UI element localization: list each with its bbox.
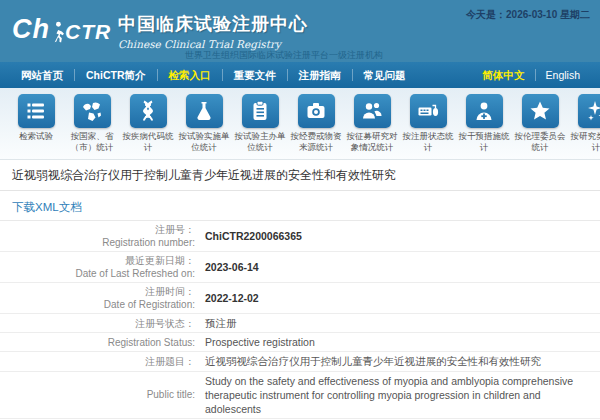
people-icon [354,94,391,128]
field-value: 2022-12-02 [205,291,600,305]
nav-item-guide[interactable]: 注册指南 [287,69,352,81]
sparkles-icon [578,94,600,128]
tool-by-intervention[interactable]: 按干预措施统计 [456,94,512,159]
clipboard-icon [242,94,279,128]
tool-by-recruitment-status[interactable]: 按征募研究对象情况统计 [344,94,400,159]
field-label: 注册号：Registration number: [0,223,205,249]
table-row-public-title-en: Public title: Study on the safety and ef… [0,372,600,420]
download-row: 下载XML文档 [0,191,600,221]
registration-table: 注册号：Registration number: ChiCTR220006636… [0,221,600,420]
field-value: ChiCTR2200066365 [205,229,600,243]
field-label: 最近更新日期：Date of Last Refreshed on: [0,254,205,280]
lang-simplified-chinese[interactable]: 简体中文 [473,69,536,81]
keyboard-mouse-icon [410,94,447,128]
page-title: 近视弱视综合治疗仪用于控制儿童青少年近视进展的安全性和有效性研究 [0,160,600,191]
field-label: Public title: [0,388,205,401]
field-value: 预注册 [205,316,600,330]
main-nav: 网站首页 ChiCTR简介 检索入口 重要文件 注册指南 常见问题 简体中文 E… [0,62,600,88]
field-label: Registration Status: [0,336,205,349]
chictr-logo[interactable]: Ch CTR [12,16,111,43]
site-titles: 中国临床试验注册中心 Chinese Clinical Trial Regist… [118,12,308,50]
field-value: 近视弱视综合治疗仪用于控制儿童青少年近视进展的安全性和有效性研究 [205,354,600,368]
numbered-list-icon [18,94,55,128]
runner-icon [51,21,64,43]
nav-item-search-entry[interactable]: 检索入口 [157,69,222,81]
tool-by-implementing-unit[interactable]: 按试验实施单位统计 [176,94,232,159]
tool-by-registration-status[interactable]: 按注册状态统计 [400,94,456,159]
table-row-registration-status-en: Registration Status: Prospective registr… [0,333,600,352]
tool-by-funding-source[interactable]: 按经费或物资来源统计 [288,94,344,159]
site-header: Ch CTR 中国临床试验注册中心 Chinese Clinical Trial… [0,0,600,62]
lang-english[interactable]: English [536,69,590,81]
table-row-date-of-registration: 注册时间：Date of Registration: 2022-12-02 [0,283,600,314]
tool-search-trials[interactable]: 检索试验 [8,94,64,159]
field-label: 注册号状态： [0,317,205,330]
dna-icon [130,94,167,128]
site-title-zh: 中国临床试验注册中心 [118,12,308,36]
nav-item-home[interactable]: 网站首页 [10,69,74,81]
tool-by-ethics-committee[interactable]: 按伦理委员会统计 [512,94,568,159]
world-map-icon [74,94,111,128]
tool-by-disease-code[interactable]: 按疾病代码统计 [120,94,176,159]
download-xml-link[interactable]: 下载XML文档 [12,201,82,213]
tool-by-country-province[interactable]: 按国家、省（市）统计 [64,94,120,159]
tool-by-study-type[interactable]: 按研究类型统计 [568,94,600,159]
nav-item-documents[interactable]: 重要文件 [222,69,287,81]
logo-text-ch: Ch [12,16,50,43]
flask-icon [186,94,223,128]
field-value: Prospective registration [205,335,600,349]
doctor-icon [466,94,503,128]
field-label: 注册时间：Date of Registration: [0,285,205,311]
tool-by-sponsor-unit[interactable]: 按试验主办单位统计 [232,94,288,159]
field-value: 2023-06-14 [205,260,600,274]
nav-item-about[interactable]: ChiCTR简介 [74,69,157,81]
field-value: Study on the safety and effectiveness of… [205,374,600,417]
current-date: 今天是：2026-03-10 星期二 [466,8,590,22]
camera-icon [298,94,335,128]
statistics-toolbar: 检索试验 按国家、省（市）统计 按疾病代码统计 按试验实施单位统计 按试验主办单… [0,88,600,160]
table-row-public-title-zh: 注册题目： 近视弱视综合治疗仪用于控制儿童青少年近视进展的安全性和有效性研究 [0,352,600,371]
table-row-registration-number: 注册号：Registration number: ChiCTR220006636… [0,221,600,252]
table-row-last-refreshed: 最近更新日期：Date of Last Refreshed on: 2023-0… [0,252,600,283]
star-icon [522,94,559,128]
who-subtitle: 世界卫生组织国际临床试验注册平台一级注册机构 [185,49,383,62]
field-label: 注册题目： [0,355,205,368]
nav-item-faq[interactable]: 常见问题 [352,69,417,81]
logo-text-ctr: CTR [65,20,111,43]
trial-detail-panel: 近视弱视综合治疗仪用于控制儿童青少年近视进展的安全性和有效性研究 下载XML文档… [0,160,600,420]
table-row-registration-status-zh: 注册号状态： 预注册 [0,314,600,333]
